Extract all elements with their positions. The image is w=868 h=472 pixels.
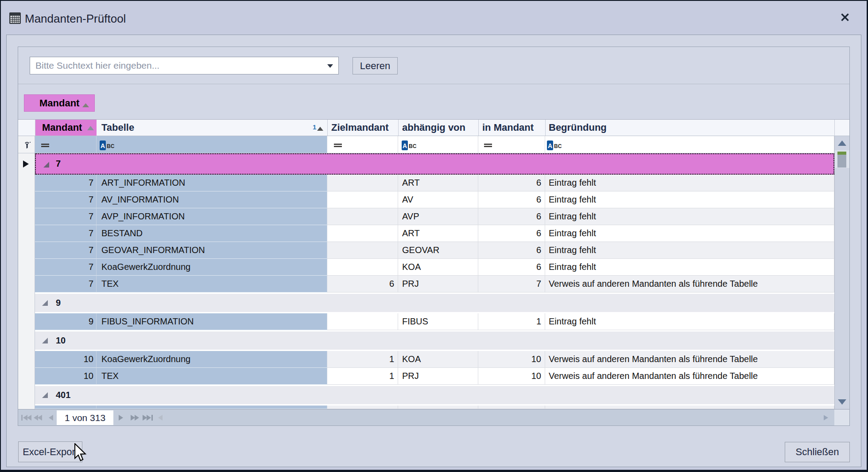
svg-text:BC: BC xyxy=(554,143,562,149)
svg-text:A: A xyxy=(101,142,105,149)
svg-text:BC: BC xyxy=(107,143,115,149)
svg-text:A: A xyxy=(548,142,552,149)
svg-text:BC: BC xyxy=(409,143,417,149)
svg-text:A: A xyxy=(403,142,407,149)
